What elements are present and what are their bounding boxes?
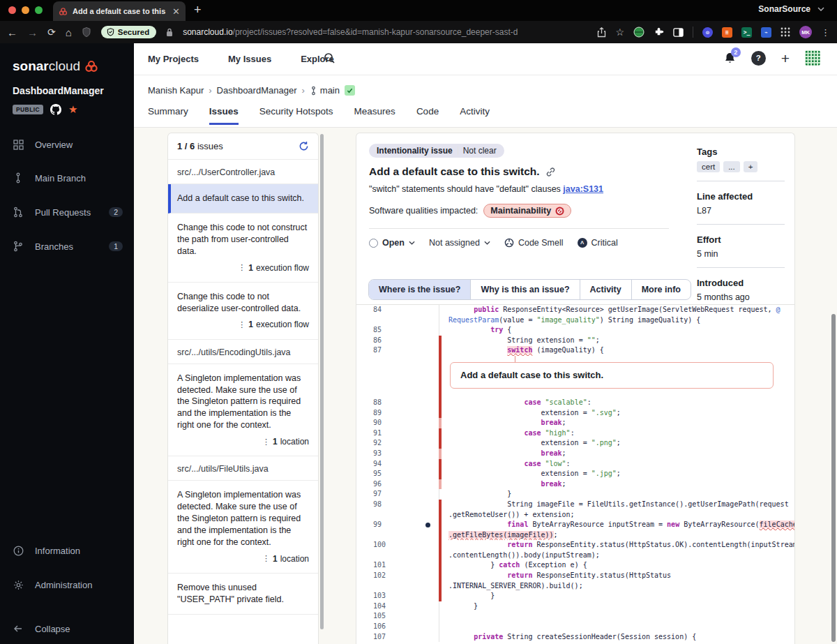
breadcrumb-org[interactable]: Manish Kapur xyxy=(148,85,204,96)
back-icon[interactable]: ← xyxy=(7,27,17,38)
detail-tab-more-info[interactable]: More info xyxy=(632,280,691,299)
help-button[interactable]: ? xyxy=(751,51,766,66)
code-text[interactable]: } xyxy=(442,601,794,612)
favorite-star-icon[interactable]: ★ xyxy=(68,103,77,116)
page-scrollbar[interactable] xyxy=(831,314,836,642)
code-gutter[interactable]: 107 xyxy=(356,632,439,643)
code-text[interactable]: return ResponseEntity.status(HttpStatus.… xyxy=(442,540,794,551)
issues-list-scrollbar[interactable] xyxy=(320,134,324,629)
code-text[interactable]: .getFileBytes(imageFile)); xyxy=(442,530,794,541)
code-text[interactable]: } catch (Exception e) { xyxy=(442,560,794,571)
add-tag-button[interactable]: + xyxy=(744,161,758,172)
code-gutter[interactable] xyxy=(356,551,439,561)
code-text[interactable]: extension = ".svg"; xyxy=(442,408,794,419)
extension-blue-icon[interactable]: ⌁ xyxy=(761,27,771,38)
code-text[interactable]: break; xyxy=(442,449,794,459)
permalink-icon[interactable] xyxy=(545,167,556,177)
code-text[interactable]: try { xyxy=(442,325,794,336)
code-gutter[interactable]: 103 xyxy=(356,591,439,601)
branch-selector[interactable]: main xyxy=(310,85,340,96)
code-gutter[interactable] xyxy=(356,315,439,326)
assignee-dropdown[interactable]: Not assigned xyxy=(429,238,490,248)
breadcrumb-project[interactable]: DashboardManager xyxy=(217,85,297,96)
code-text[interactable]: case "low": xyxy=(442,459,794,470)
code-gutter[interactable]: 104 xyxy=(356,601,439,612)
code-gutter[interactable]: 89 xyxy=(356,408,439,419)
search-icon[interactable] xyxy=(324,52,335,64)
code-gutter[interactable]: 106 xyxy=(356,622,439,632)
code-gutter[interactable]: 101 xyxy=(356,560,439,571)
detail-tab-activity[interactable]: Activity xyxy=(580,280,632,299)
issue-list-item[interactable]: Change this code to not construct the pa… xyxy=(168,214,318,283)
code-text[interactable]: return ResponseEntity.status(HttpStatus xyxy=(442,571,794,581)
traffic-light-zoom[interactable] xyxy=(35,6,43,14)
forward-icon[interactable]: → xyxy=(27,27,38,38)
status-dropdown[interactable]: Open xyxy=(369,238,415,248)
traffic-light-close[interactable] xyxy=(8,6,16,14)
browser-menu-icon[interactable]: ⋮ xyxy=(821,27,830,38)
traffic-light-minimize[interactable] xyxy=(22,6,29,14)
sonarcloud-logo[interactable]: sonarcloud xyxy=(13,59,98,74)
detail-tab-why-is-this-an-issue[interactable]: Why is this an issue? xyxy=(471,280,580,299)
sidebar-item-administration[interactable]: Administration xyxy=(0,573,134,597)
code-gutter[interactable]: 99 xyxy=(356,520,439,530)
code-text[interactable] xyxy=(442,622,794,632)
tag-pill[interactable]: cert xyxy=(697,161,720,172)
code-gutter[interactable]: 95 xyxy=(356,469,439,479)
code-gutter[interactable]: 91 xyxy=(356,428,439,439)
notifications-bell[interactable]: 2 xyxy=(724,52,736,64)
code-gutter[interactable]: 84 xyxy=(356,305,439,315)
code-gutter[interactable]: 94 xyxy=(356,459,439,470)
sidebar-item-main-branch[interactable]: Main Branch xyxy=(0,166,134,190)
code-text[interactable]: extension = ".png"; xyxy=(442,438,794,449)
code-gutter[interactable]: 86 xyxy=(356,336,439,346)
issue-list-item[interactable]: Change this code to not deserialize user… xyxy=(168,283,318,340)
code-gutter[interactable]: 96 xyxy=(356,479,439,490)
tab-summary[interactable]: Summary xyxy=(148,106,188,125)
extension-orange-icon[interactable]: ≡ xyxy=(722,27,732,38)
home-icon[interactable]: ⌂ xyxy=(66,27,72,38)
tab-issues[interactable]: Issues xyxy=(209,106,239,125)
browser-profile[interactable]: SonarSource xyxy=(758,4,824,14)
code-text[interactable]: case "high": xyxy=(442,428,794,439)
code-text[interactable]: extension = ".jpg"; xyxy=(442,469,794,479)
issue-list-item[interactable]: A Singleton implementation was detected.… xyxy=(168,481,318,574)
code-text[interactable]: switch (imageQuality) { xyxy=(442,345,794,356)
org-avatar[interactable] xyxy=(805,50,820,66)
issue-list-item[interactable]: Remove this unused "USER_PATH" private f… xyxy=(168,574,318,615)
rule-link[interactable]: java:S131 xyxy=(563,184,603,194)
extension-green-icon[interactable] xyxy=(633,27,644,38)
code-text[interactable]: private String createSessionHeader(Sessi… xyxy=(442,632,794,643)
issue-locations-meta[interactable]: ⋮1location xyxy=(177,553,309,564)
issue-list-item[interactable]: Add a default case to this switch. xyxy=(168,184,318,214)
sidebar-item-overview[interactable]: Overview xyxy=(0,133,134,156)
tab-code[interactable]: Code xyxy=(416,106,439,125)
extension-terminal-icon[interactable]: >_ xyxy=(741,27,752,38)
code-gutter[interactable]: 97 xyxy=(356,489,439,500)
code-text[interactable] xyxy=(442,611,794,622)
secured-badge[interactable]: Secured xyxy=(101,26,156,38)
code-text[interactable]: .contentLength()).body(inputStream); xyxy=(442,551,794,561)
code-gutter[interactable]: 102 xyxy=(356,571,439,581)
nav-my-issues[interactable]: My Issues xyxy=(228,54,271,64)
extension-purple-icon[interactable]: ◎ xyxy=(702,27,713,38)
tab-measures[interactable]: Measures xyxy=(354,106,395,125)
code-text[interactable]: } xyxy=(442,489,794,500)
code-text[interactable]: break; xyxy=(442,479,794,490)
reload-issues-icon[interactable] xyxy=(299,141,309,151)
apps-grid-icon[interactable] xyxy=(781,27,790,37)
sidebar-collapse-button[interactable]: Collapse xyxy=(0,617,134,641)
sidebar-item-pull-requests[interactable]: Pull Requests2 xyxy=(0,200,134,224)
code-text[interactable]: RequestParam(value = "image_quality") St… xyxy=(442,315,794,326)
issue-list-item[interactable]: A Singleton implementation was detected.… xyxy=(168,364,318,457)
code-gutter[interactable]: 90 xyxy=(356,418,439,428)
github-icon[interactable] xyxy=(50,104,61,115)
code-text[interactable]: } xyxy=(442,591,794,601)
code-gutter[interactable]: 98 xyxy=(356,500,439,510)
maintainability-pill[interactable]: Maintainability xyxy=(483,204,571,218)
issue-locations-meta[interactable]: ⋮1location xyxy=(177,436,309,447)
tab-activity[interactable]: Activity xyxy=(460,106,490,125)
code-gutter[interactable]: 87 xyxy=(356,345,439,356)
code-text[interactable]: final ByteArrayResource inputStream = ne… xyxy=(442,520,794,530)
issue-callout[interactable]: Add a default case to this switch. xyxy=(450,362,774,389)
